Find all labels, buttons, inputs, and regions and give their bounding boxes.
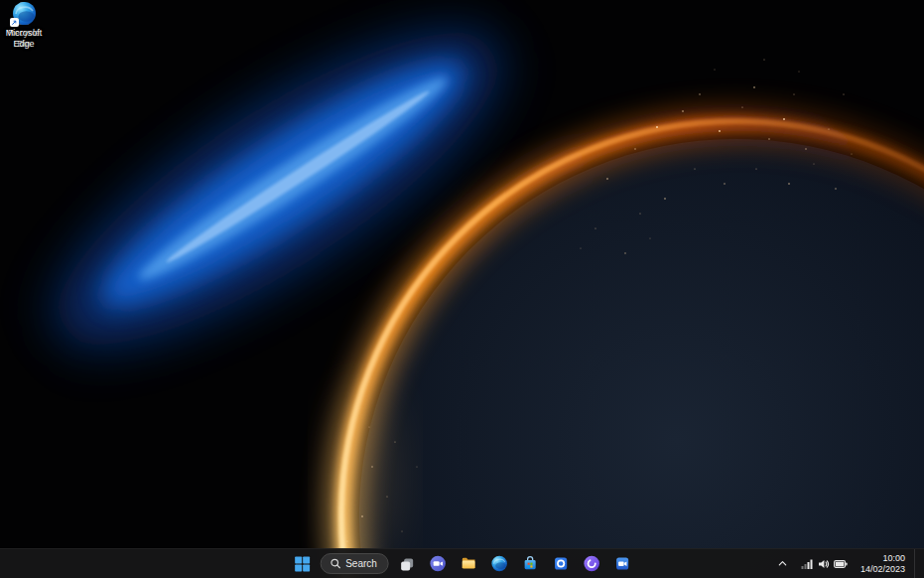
volume-icon xyxy=(818,558,830,570)
blue-video-app-icon xyxy=(613,555,630,572)
show-desktop-button[interactable] xyxy=(914,549,918,578)
edge-browser-button[interactable] xyxy=(486,551,512,577)
network-icon xyxy=(801,558,814,570)
file-explorer-button[interactable] xyxy=(456,551,481,577)
taskbar-center-group: Search xyxy=(289,549,635,578)
task-view-icon xyxy=(399,556,415,572)
folder-icon xyxy=(460,555,476,572)
chat-button[interactable] xyxy=(425,551,451,577)
magnifier-icon xyxy=(330,558,340,569)
taskbar: Search xyxy=(0,548,924,578)
task-view-button[interactable] xyxy=(394,551,420,577)
chat-icon xyxy=(429,555,446,572)
pinned-app-3-button[interactable] xyxy=(609,551,635,577)
store-icon xyxy=(521,555,538,572)
store-button[interactable] xyxy=(517,551,543,577)
windows-logo-icon xyxy=(294,556,310,572)
wallpaper-art xyxy=(0,0,924,578)
tray-overflow-button[interactable] xyxy=(773,551,793,577)
search-box[interactable]: Search xyxy=(320,553,389,574)
edge-logo-icon xyxy=(11,0,37,26)
clock-time: 10:00 xyxy=(882,553,905,564)
desktop-surface[interactable]: Recycle Bin Microsoft Edge xyxy=(0,0,924,578)
clock-date: 14/02/2023 xyxy=(860,564,905,575)
search-label: Search xyxy=(345,558,377,569)
shortcut-arrow-icon xyxy=(10,18,19,27)
battery-icon xyxy=(834,558,848,570)
wallpaper xyxy=(0,0,924,578)
pinned-app-1-button[interactable] xyxy=(548,551,574,577)
quick-settings-button[interactable] xyxy=(797,552,852,576)
edge-browser-icon xyxy=(490,555,507,572)
start-button[interactable] xyxy=(289,551,315,577)
system-tray: 10:00 14/02/2023 xyxy=(773,549,924,578)
clock[interactable]: 10:00 14/02/2023 xyxy=(856,551,910,577)
pinned-app-2-button[interactable] xyxy=(579,551,604,577)
blue-ring-app-icon xyxy=(552,555,569,572)
desktop-icon-microsoft-edge[interactable]: Microsoft Edge xyxy=(0,0,48,50)
purple-arc-app-icon xyxy=(583,555,599,572)
chevron-up-icon xyxy=(777,558,788,569)
edge-shortcut-label: Microsoft Edge xyxy=(1,28,47,50)
